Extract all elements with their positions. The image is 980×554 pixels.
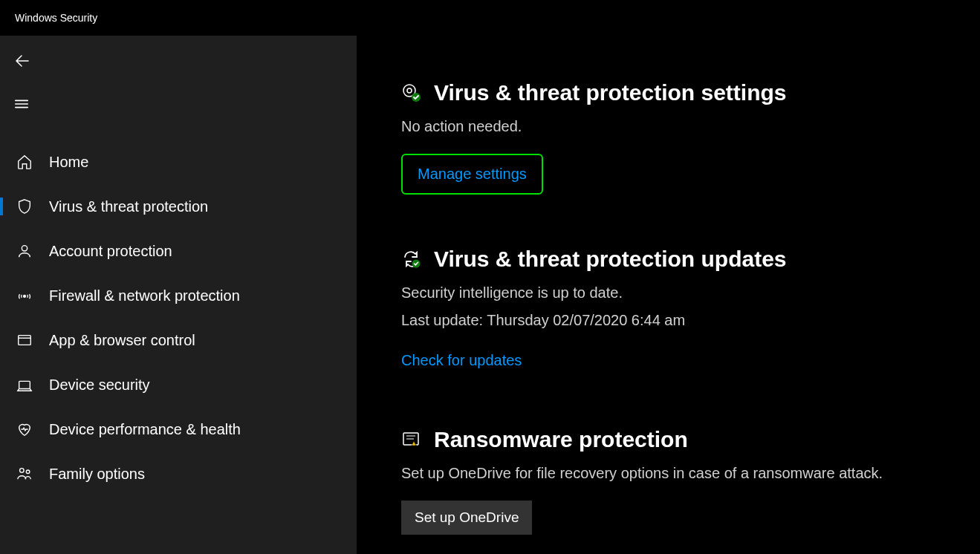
nav-device-security[interactable]: Device security bbox=[0, 362, 357, 407]
sync-check-icon bbox=[401, 249, 422, 270]
nav-label: Account protection bbox=[49, 243, 172, 260]
updates-last: Last update: Thursday 02/07/2020 6:44 am bbox=[401, 310, 950, 331]
settings-status: No action needed. bbox=[401, 116, 950, 137]
back-button[interactable] bbox=[0, 46, 357, 76]
section-updates: Virus & threat protection updates Securi… bbox=[401, 247, 950, 375]
title-bar: Windows Security bbox=[0, 0, 980, 36]
nav-label: Device security bbox=[49, 377, 150, 394]
svg-point-11 bbox=[416, 445, 417, 446]
sidebar: Home Virus & threat protection Account p… bbox=[0, 36, 357, 554]
svg-point-1 bbox=[24, 296, 26, 298]
hamburger-button[interactable] bbox=[0, 89, 357, 119]
nav-family-options[interactable]: Family options bbox=[0, 452, 357, 496]
window-icon bbox=[13, 329, 36, 351]
nav-firewall-network[interactable]: Firewall & network protection bbox=[0, 273, 357, 318]
hamburger-icon bbox=[13, 96, 30, 112]
chip-icon bbox=[13, 374, 36, 396]
nav-account-protection[interactable]: Account protection bbox=[0, 229, 357, 273]
svg-rect-3 bbox=[19, 381, 30, 388]
nav-label: Firewall & network protection bbox=[49, 287, 240, 304]
gear-check-icon bbox=[401, 82, 422, 103]
heart-icon bbox=[13, 418, 36, 440]
home-icon bbox=[13, 151, 36, 173]
nav-device-performance[interactable]: Device performance & health bbox=[0, 407, 357, 452]
nav-app-browser-control[interactable]: App & browser control bbox=[0, 318, 357, 362]
setup-onedrive-button[interactable]: Set up OneDrive bbox=[401, 501, 532, 535]
updates-title: Virus & threat protection updates bbox=[434, 247, 787, 272]
settings-title: Virus & threat protection settings bbox=[434, 80, 787, 105]
ransomware-desc: Set up OneDrive for file recovery option… bbox=[401, 463, 950, 484]
nav-label: Home bbox=[49, 154, 88, 171]
antenna-icon bbox=[13, 284, 36, 307]
nav-label: Family options bbox=[49, 466, 145, 483]
nav-label: App & browser control bbox=[49, 332, 195, 349]
main-content: Virus & threat protection settings No ac… bbox=[357, 36, 980, 554]
ransomware-title: Ransomware protection bbox=[434, 427, 688, 452]
window-title: Windows Security bbox=[15, 12, 97, 24]
svg-point-4 bbox=[20, 469, 24, 473]
person-icon bbox=[13, 240, 36, 262]
family-icon bbox=[13, 463, 36, 485]
nav-virus-threat-protection[interactable]: Virus & threat protection bbox=[0, 184, 357, 229]
nav-label: Device performance & health bbox=[49, 421, 241, 438]
svg-point-0 bbox=[22, 246, 27, 251]
manage-settings-link[interactable]: Manage settings bbox=[401, 154, 543, 195]
updates-status: Security intelligence is up to date. bbox=[401, 282, 950, 304]
svg-point-7 bbox=[407, 88, 412, 93]
nav-label: Virus & threat protection bbox=[49, 198, 208, 215]
svg-point-5 bbox=[26, 470, 30, 474]
section-ransomware: Ransomware protection Set up OneDrive fo… bbox=[401, 427, 950, 535]
section-settings: Virus & threat protection settings No ac… bbox=[401, 80, 950, 195]
folder-warning-icon bbox=[401, 429, 422, 450]
svg-rect-2 bbox=[19, 336, 31, 345]
nav-home[interactable]: Home bbox=[0, 140, 357, 184]
shield-icon bbox=[13, 195, 36, 218]
check-updates-link[interactable]: Check for updates bbox=[401, 346, 522, 375]
back-arrow-icon bbox=[13, 52, 31, 70]
